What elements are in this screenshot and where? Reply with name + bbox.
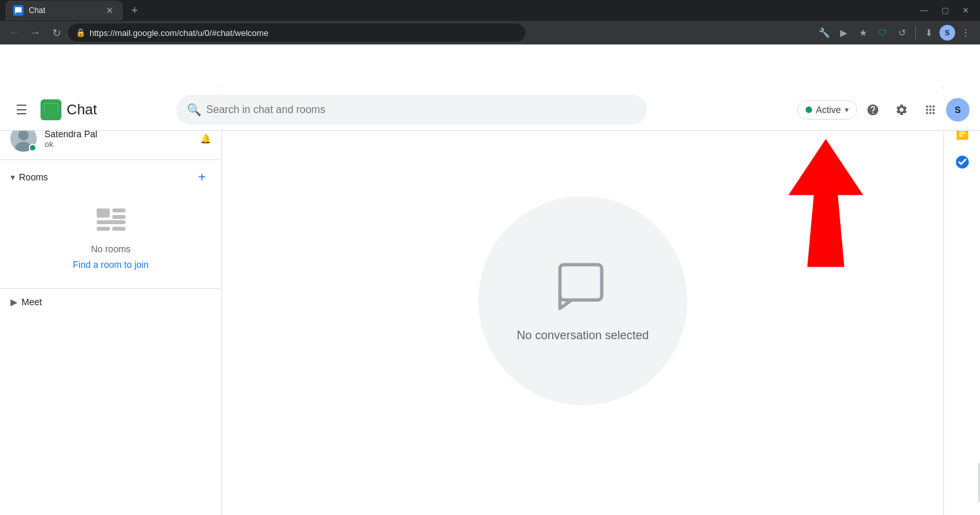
forward-button[interactable]: → [26, 24, 44, 42]
help-button[interactable] [860, 97, 886, 123]
meet-section-title: Meet [22, 297, 42, 307]
top-bar-actions: Active ▾ S [797, 97, 970, 123]
address-bar[interactable]: 🔒 https://mail.google.com/chat/u/0/#chat… [68, 24, 525, 42]
top-bar: ☰ Chat 🔍 Active ▾ [0, 89, 980, 131]
svg-rect-9 [112, 227, 125, 231]
annotation-arrow [760, 131, 891, 274]
lock-icon: 🔒 [76, 28, 86, 37]
shield-icon[interactable]: 🛡 [874, 24, 892, 42]
svg-rect-4 [97, 208, 110, 218]
hamburger-menu[interactable]: ☰ [10, 97, 33, 123]
app-logo: Chat [41, 99, 97, 120]
chat-preview-text: ok [44, 139, 192, 149]
tab-close-button[interactable]: ✕ [105, 5, 115, 16]
download-icon[interactable]: ⬇ [920, 24, 938, 42]
active-tab[interactable]: Chat ✕ [5, 1, 123, 20]
active-label: Active [816, 105, 841, 115]
reload-button[interactable]: ↻ [47, 24, 65, 42]
chat-logo-svg [41, 99, 61, 120]
active-status-button[interactable]: Active ▾ [797, 100, 857, 120]
chat-bubble-empty-icon [553, 259, 612, 318]
rooms-section: ▾ Rooms + [0, 163, 221, 286]
new-tab-button[interactable]: + [125, 1, 144, 20]
rooms-empty-state: No rooms Find a room to join [0, 191, 221, 286]
back-button[interactable]: ← [5, 24, 24, 42]
tab-title: Chat [29, 6, 99, 15]
rooms-chevron-icon: ▾ [10, 172, 15, 182]
sidebar: ▾ Chat + [0, 86, 222, 515]
rooms-empty-icon [95, 207, 127, 239]
svg-rect-17 [959, 133, 966, 134]
extensions-icon[interactable]: 🔧 [815, 24, 833, 42]
svg-rect-8 [97, 227, 110, 231]
app-title: Chat [67, 101, 97, 118]
meet-chevron-icon: ▶ [10, 297, 18, 307]
rooms-empty-text: No rooms [91, 244, 131, 254]
svg-rect-7 [97, 220, 125, 224]
find-room-link[interactable]: Find a room to join [73, 259, 149, 270]
svg-marker-11 [787, 137, 865, 268]
tasks-app-button[interactable] [949, 149, 975, 175]
minimize-button[interactable]: — [915, 1, 933, 20]
apps-button[interactable] [917, 97, 943, 123]
search-input[interactable] [206, 104, 636, 116]
svg-rect-18 [959, 135, 963, 137]
divider [915, 26, 916, 39]
star-icon[interactable]: ★ [854, 24, 872, 42]
add-room-button[interactable]: + [193, 168, 211, 186]
empty-state: No conversation selected [478, 196, 687, 405]
right-apps-panel: CAL [943, 86, 980, 515]
rooms-section-header[interactable]: ▾ Rooms + [0, 163, 221, 191]
rooms-section-title-row: ▾ Rooms [10, 172, 48, 182]
chat-info: Satendra Pal ok [44, 129, 192, 149]
browser-toolbar: 🔧 ▶ ★ 🛡 ↺ ⬇ S ⋮ [815, 24, 975, 42]
meet-section: ▶ Meet [0, 291, 221, 312]
svg-rect-10 [560, 265, 602, 300]
search-icon: 🔍 [187, 103, 201, 117]
tab-favicon [13, 5, 24, 16]
empty-state-text: No conversation selected [517, 329, 649, 342]
meet-section-header[interactable]: ▶ Meet [0, 291, 221, 312]
svg-rect-5 [112, 208, 125, 212]
browser-profile[interactable]: S [939, 25, 955, 41]
more-options-icon[interactable]: ⋮ [956, 24, 975, 42]
settings-button[interactable] [889, 97, 915, 123]
empty-state-circle: No conversation selected [478, 196, 687, 405]
pin-icon: 🔔 [200, 133, 211, 144]
window-controls: — ▢ ✕ [915, 1, 975, 20]
user-profile-avatar[interactable]: S [946, 98, 970, 122]
chevron-down-icon: ▾ [845, 105, 849, 114]
browser-chrome: Chat ✕ + — ▢ ✕ [0, 0, 980, 21]
content-row: ▾ Chat + [0, 86, 980, 515]
address-bar-row: ← → ↻ 🔒 https://mail.google.com/chat/u/0… [0, 21, 980, 44]
maximize-button[interactable]: ▢ [936, 1, 954, 20]
active-dot [806, 107, 812, 113]
send-icon[interactable]: ▶ [834, 24, 853, 42]
online-status-indicator [29, 144, 37, 152]
sync-icon[interactable]: ↺ [893, 24, 911, 42]
main-content: No conversation selected [222, 86, 943, 515]
app-layout: ☰ Chat 🔍 Active ▾ [0, 44, 980, 515]
sidebar-divider-1 [0, 159, 221, 160]
svg-point-2 [18, 130, 29, 141]
close-button[interactable]: ✕ [956, 1, 975, 20]
svg-rect-6 [112, 215, 125, 219]
rooms-section-title: Rooms [19, 172, 48, 182]
tab-bar: Chat ✕ + [5, 0, 912, 21]
search-bar[interactable]: 🔍 [176, 95, 647, 125]
url-text: https://mail.google.com/chat/u/0/#chat/w… [90, 28, 269, 38]
sidebar-divider-2 [0, 288, 221, 289]
